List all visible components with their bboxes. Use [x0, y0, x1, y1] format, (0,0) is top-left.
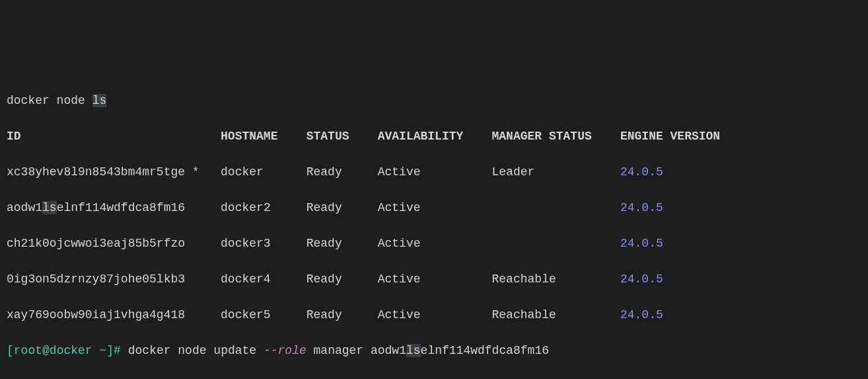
row-body: xc38yhev8l9n8543bm4mr5tge * docker Ready…: [7, 165, 620, 179]
search-highlight: ls: [42, 201, 57, 214]
table-row: aodw1lselnf114wdfdca8fm16 docker2 Ready …: [7, 199, 861, 217]
prompt-host: docker: [50, 344, 92, 357]
row-body: 0ig3on5dzrnzy87johe05lkb3 docker4 Ready …: [7, 273, 620, 286]
row-body: aodw1lselnf114wdfdca8fm16 docker2 Ready …: [7, 201, 620, 214]
terminal-output[interactable]: docker node ls ID HOSTNAME STATUS AVAILA…: [0, 71, 868, 379]
table-row: ch21k0ojcwwoi3eaj85b5rfzo docker3 Ready …: [7, 235, 861, 253]
prompt-line-1: [root@docker ~]# docker node update --ro…: [7, 342, 861, 360]
table-row: 0ig3on5dzrnzy87johe05lkb3 docker4 Ready …: [7, 271, 861, 288]
engine-version: 24.0.5: [620, 165, 663, 179]
table-row: xc38yhev8l9n8543bm4mr5tge * docker Ready…: [7, 163, 861, 181]
cmd-post: manager aodw1lselnf114wdfdca8fm16: [307, 344, 549, 357]
current-node-star-icon: *: [185, 165, 199, 179]
cmd-pre: docker node update: [128, 344, 264, 357]
row-body: ch21k0ojcwwoi3eaj85b5rfzo docker3 Ready …: [7, 237, 620, 250]
engine-version: 24.0.5: [620, 237, 663, 250]
prompt-close: ]: [106, 344, 114, 357]
cmd-text: docker node ls: [7, 94, 106, 107]
engine-version: 24.0.5: [620, 201, 663, 214]
prompt-user: root: [14, 344, 42, 357]
table-header-1: ID HOSTNAME STATUS AVAILABILITY MANAGER …: [7, 128, 861, 146]
engine-version: 24.0.5: [620, 308, 663, 321]
prompt-space: [92, 344, 100, 357]
command-line-1: docker node ls: [7, 92, 861, 110]
row-body: xay769oobw90iaj1vhga4g418 docker5 Ready …: [7, 308, 620, 321]
cmd-flag: --role: [264, 344, 307, 357]
prompt-path: ~: [99, 344, 106, 357]
prompt-at: @: [42, 344, 50, 357]
search-highlight: ls: [406, 344, 421, 357]
engine-version: 24.0.5: [620, 273, 663, 286]
search-highlight: ls: [92, 94, 107, 107]
prompt-open: [: [7, 344, 14, 357]
prompt-hash: #: [114, 344, 128, 357]
table-row: xay769oobw90iaj1vhga4g418 docker5 Ready …: [7, 306, 861, 324]
